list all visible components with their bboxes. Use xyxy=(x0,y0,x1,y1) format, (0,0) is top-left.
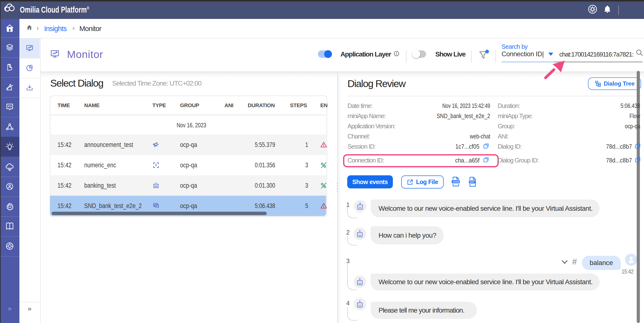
svg-text:JSON: JSON xyxy=(452,180,459,183)
svg-text:RTF: RTF xyxy=(470,181,474,183)
